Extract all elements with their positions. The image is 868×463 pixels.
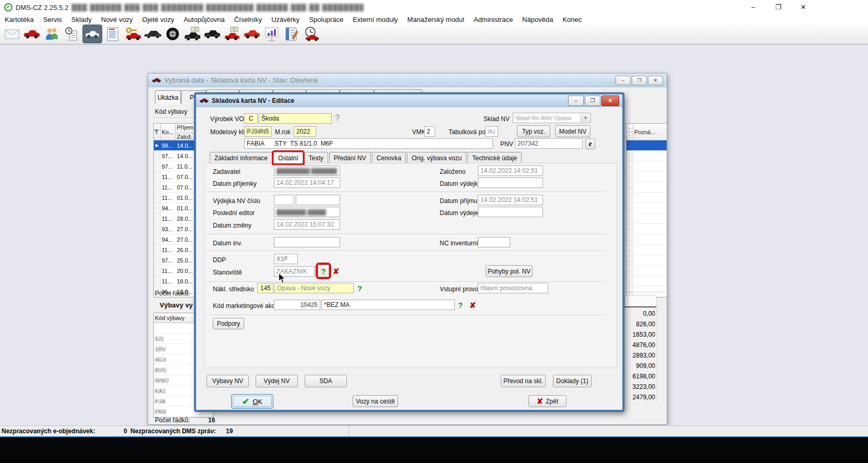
zadavatel-field[interactable]: █████████ ███████ xyxy=(274,165,340,176)
pohyby-pol-nv-button[interactable]: Pohyby pol. NV xyxy=(486,265,533,277)
clock-document-icon[interactable] xyxy=(62,25,81,43)
vyrobek-code-field[interactable]: C xyxy=(244,113,258,124)
doklady-button[interactable]: Doklady (1) xyxy=(553,375,592,387)
clock-car-icon[interactable] xyxy=(302,25,321,43)
menu-napoveda[interactable]: Nápověda xyxy=(517,16,558,23)
marketing-value-field[interactable]: *BEZ MA xyxy=(321,300,455,310)
menu-sklady[interactable]: Sklady xyxy=(67,16,97,23)
zalozeno-field[interactable]: 14.02.2022 14:02:51 xyxy=(478,165,543,176)
car-cash-small-icon[interactable] xyxy=(222,25,242,43)
menu-autopujcovna[interactable]: Autopůjčovna xyxy=(179,16,230,23)
tab-orig-vybava[interactable]: Orig. výbava vozu xyxy=(407,152,466,163)
table-row[interactable]: .. xyxy=(626,172,667,182)
ddp-field[interactable]: X1F xyxy=(274,254,298,264)
tire-icon[interactable] xyxy=(163,25,183,43)
mail-icon[interactable] xyxy=(2,25,22,43)
marketing-clear-icon[interactable]: ✘ xyxy=(469,301,476,309)
window-close-button[interactable]: ✕ xyxy=(648,76,663,85)
vybavy-nv-button[interactable]: Výbavy NV xyxy=(207,375,249,387)
vehicle-card-active-icon[interactable] xyxy=(82,25,102,43)
pnv-field[interactable]: 207342 xyxy=(515,138,583,149)
car-red-icon[interactable] xyxy=(22,25,42,43)
column-header-poznamka[interactable]: Pozná... xyxy=(633,124,667,140)
car-cash-icon[interactable] xyxy=(183,25,202,43)
menu-externi-moduly[interactable]: Externí moduly xyxy=(348,16,403,23)
menu-spoluprace[interactable]: Spolupráce xyxy=(304,16,348,23)
modelovy-klic-field[interactable]: PJ34N5 xyxy=(244,126,272,137)
kod-vybavy-filter-label[interactable]: Kód výbavy xyxy=(155,108,187,115)
menu-kartoteka[interactable]: Kartotéka xyxy=(0,16,39,23)
datum-prijmu-field[interactable]: 14.02.2022 14:02:51 xyxy=(478,195,543,205)
tab-technicke-udaje[interactable]: Technické údaje xyxy=(467,152,522,163)
table-row[interactable]: .. xyxy=(626,276,667,287)
tab-cenovka[interactable]: Cenovka xyxy=(372,152,406,163)
statistics-icon[interactable] xyxy=(262,25,282,43)
datum-vydejky-field[interactable] xyxy=(478,177,543,188)
car-key-icon[interactable] xyxy=(123,25,143,43)
prevod-na-skl-button[interactable]: Převod na skl. xyxy=(501,375,546,387)
menu-administrace[interactable]: Administrace xyxy=(469,16,517,23)
table-row[interactable]: .. xyxy=(626,234,667,245)
vyrobek-value-field[interactable]: Škoda xyxy=(259,113,332,124)
table-row[interactable]: .. xyxy=(626,140,667,151)
datum-prijemky-field[interactable]: 14.02.2022 14:04:17 xyxy=(274,177,340,188)
nakl-stredisko-value-field[interactable]: Opava - Nové vozy xyxy=(274,283,354,293)
customers-icon[interactable] xyxy=(42,25,62,43)
vozy-na-ceste-button[interactable]: Vozy na cestě xyxy=(353,395,398,407)
filter-icon[interactable] xyxy=(154,124,161,140)
chevron-down-icon[interactable]: ▼ xyxy=(581,114,590,122)
datum-inv-field[interactable] xyxy=(274,237,340,247)
window-minimize-button[interactable]: – xyxy=(616,76,631,85)
stanoviste-clear-icon[interactable]: ✘ xyxy=(333,267,340,275)
table-row[interactable]: .. xyxy=(626,203,667,213)
table-row[interactable]: .. xyxy=(626,213,667,224)
menu-uzaverky[interactable]: Uzávěrky xyxy=(267,16,304,23)
help-gray-icon[interactable]: ? xyxy=(335,113,340,123)
table-row[interactable]: .. xyxy=(626,255,667,266)
app-maximize-button[interactable]: ❐ xyxy=(766,0,790,14)
notes-column-table[interactable]: . .. Pozná... .. .. .. .. .. .. .. .. ..… xyxy=(626,123,667,298)
sklad-nv-combo[interactable]: Sklad NV-ANV Opava ▼ xyxy=(513,113,591,123)
car-red-small-icon[interactable] xyxy=(242,25,262,43)
ok-button[interactable]: ✔ OK xyxy=(231,394,273,409)
table-row[interactable]: .. xyxy=(626,151,667,161)
typ-voz-button[interactable]: Typ voz. xyxy=(517,125,550,137)
zpet-button[interactable]: ✘ Zpět xyxy=(528,395,566,407)
dialog-minimize-button[interactable]: – xyxy=(568,96,584,106)
model-nv-button[interactable]: Model NV xyxy=(555,125,590,137)
tab-zakladni-informace[interactable]: Základní informace xyxy=(210,152,272,163)
tab-ostatni[interactable]: Ostatní xyxy=(273,152,303,163)
dialog-maximize-button[interactable]: ❐ xyxy=(585,96,600,106)
menu-nove-vozy[interactable]: Nové vozy xyxy=(97,16,138,23)
planner-icon[interactable] xyxy=(282,25,302,43)
podpory-button[interactable]: Podpory xyxy=(213,318,244,329)
menu-ciselniky[interactable]: Číselníky xyxy=(230,16,267,23)
menu-konec[interactable]: Konec xyxy=(558,16,586,23)
nakl-stredisko-lookup-icon[interactable]: ? xyxy=(357,284,362,292)
vmk-field[interactable]: 2 xyxy=(424,126,435,137)
table-row[interactable]: .. xyxy=(626,245,667,255)
marketing-lookup-icon[interactable]: ? xyxy=(458,301,463,309)
nakl-stredisko-code-field[interactable]: 145 xyxy=(257,283,273,293)
nc-inventurni-field[interactable] xyxy=(478,237,510,247)
car-black-icon[interactable] xyxy=(202,25,222,43)
table-row[interactable]: .. xyxy=(626,193,667,203)
table-row[interactable]: .. xyxy=(626,182,667,193)
dialog-close-button[interactable]: ✕ xyxy=(601,96,619,106)
table-row[interactable]: .. xyxy=(626,161,667,172)
app-minimize-button[interactable]: – xyxy=(741,0,765,14)
tab-predani-nv[interactable]: Předání NV xyxy=(329,152,371,163)
window-maximize-button[interactable]: ❐ xyxy=(632,76,647,85)
table-row[interactable]: .. xyxy=(626,266,667,276)
mrok-field[interactable]: 2022 xyxy=(294,126,316,137)
menu-servis[interactable]: Servis xyxy=(39,16,67,23)
vydejka-cislo-field-2[interactable] xyxy=(296,195,340,205)
datum-zmeny-field[interactable]: 14.02.2022 15:07:32 xyxy=(274,219,340,230)
datum-vydeje-field[interactable] xyxy=(478,207,543,217)
app-close-button[interactable]: ✕ xyxy=(791,0,815,14)
stanoviste-lookup-button[interactable]: ? xyxy=(318,265,329,277)
model-description-field[interactable]: FABIA STY TS 81/1.0 M6F xyxy=(244,138,493,149)
tabulkova-pozice-field[interactable]: 9U xyxy=(485,126,498,137)
car-dark-icon[interactable] xyxy=(143,25,163,43)
vydejka-cislo-field-1[interactable] xyxy=(274,195,294,205)
